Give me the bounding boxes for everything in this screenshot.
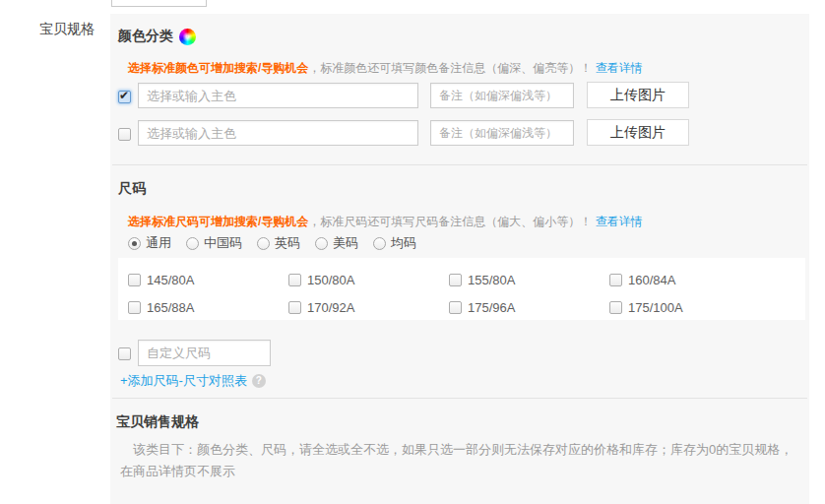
color-notice-rest: ，标准颜色还可填写颜色备注信息（偏深、偏亮等）！ <box>308 61 592 75</box>
radio-label: 中国码 <box>204 234 242 252</box>
truncated-input-above[interactable] <box>111 0 207 7</box>
size-standard-option[interactable]: 中国码 <box>186 234 242 252</box>
color-row-checkbox[interactable] <box>118 128 131 141</box>
size-options-grid: 145/80A 150/80A 155/80A 160/84A 165/88A … <box>118 258 805 320</box>
size-standard-option[interactable]: 均码 <box>373 234 416 252</box>
size-checkbox[interactable] <box>128 274 141 286</box>
size-checkbox[interactable] <box>288 301 301 314</box>
upload-image-button[interactable]: 上传图片 <box>587 82 689 108</box>
size-checkbox[interactable] <box>449 301 462 314</box>
color-row-1: ✔ <box>118 90 132 103</box>
size-label: 175/100A <box>628 300 683 315</box>
radio-icon[interactable] <box>186 237 199 250</box>
size-notice: 选择标准尺码可增加搜索/导购机会，标准尺码还可填写尺码备注信息（偏大、偏小等）！… <box>128 214 643 230</box>
size-standard-option[interactable]: 美码 <box>315 234 358 252</box>
size-detail-link[interactable]: 查看详情 <box>596 215 643 228</box>
size-notice-highlight: 选择标准尺码可增加搜索/导购机会 <box>128 215 308 228</box>
size-checkbox[interactable] <box>609 274 622 286</box>
custom-size-row <box>118 346 132 360</box>
form-row-label: 宝贝规格 <box>37 21 95 38</box>
color-notice: 选择标准颜色可增加搜索/导购机会，标准颜色还可填写颜色备注信息（偏深、偏亮等）！… <box>128 60 643 77</box>
main-color-input[interactable] <box>138 120 418 146</box>
custom-size-checkbox[interactable] <box>118 347 131 360</box>
size-label: 165/88A <box>147 300 194 315</box>
main-color-input[interactable] <box>138 83 418 108</box>
radio-icon[interactable] <box>315 237 328 250</box>
size-label: 170/92A <box>307 300 354 315</box>
size-option[interactable]: 155/80A <box>449 266 609 293</box>
size-label: 150/80A <box>307 273 354 287</box>
page: 宝贝规格 颜色分类 选择标准颜色可增加搜索/导购机会，标准颜色还可填写颜色备注信… <box>0 0 825 504</box>
radio-label: 通用 <box>146 234 171 252</box>
size-standard-radios: 通用 中国码 英码 美码 均码 <box>128 234 416 252</box>
item-spec-panel: 颜色分类 选择标准颜色可增加搜索/导购机会，标准颜色还可填写颜色备注信息（偏深、… <box>110 14 809 504</box>
color-detail-link[interactable]: 查看详情 <box>596 61 643 75</box>
check-icon: ✔ <box>119 89 129 102</box>
size-notice-rest: ，标准尺码还可填写尺码备注信息（偏大、偏小等）！ <box>308 215 592 228</box>
size-option[interactable]: 165/88A <box>128 293 288 321</box>
size-option[interactable]: 170/92A <box>288 293 449 321</box>
size-label: 175/96A <box>468 300 515 315</box>
upload-image-button[interactable]: 上传图片 <box>587 119 689 146</box>
help-icon[interactable]: ? <box>252 374 266 388</box>
add-size-chart-link[interactable]: +添加尺码-尺寸对照表 <box>120 372 247 390</box>
size-checkbox[interactable] <box>128 301 141 314</box>
divider <box>112 164 807 165</box>
color-wheel-icon <box>179 29 196 45</box>
size-label: 155/80A <box>468 273 515 287</box>
size-section-title-text: 尺码 <box>118 180 146 198</box>
divider <box>112 398 807 399</box>
radio-icon[interactable] <box>373 237 386 250</box>
size-label: 160/84A <box>628 273 675 287</box>
color-row-2 <box>118 127 132 141</box>
color-row-checkbox[interactable]: ✔ <box>118 91 131 103</box>
size-checkbox[interactable] <box>609 301 622 314</box>
sales-section-title: 宝贝销售规格 <box>116 413 199 431</box>
size-standard-option[interactable]: 英码 <box>257 234 300 252</box>
size-checkbox[interactable] <box>449 274 462 286</box>
sales-spec-description: 该类目下：颜色分类、尺码，请全选或全不选，如果只选一部分则无法保存对应的价格和库… <box>120 439 803 482</box>
size-option[interactable]: 160/84A <box>609 266 770 293</box>
sales-section-title-text: 宝贝销售规格 <box>116 413 199 431</box>
size-checkbox[interactable] <box>288 274 301 286</box>
color-section-title: 颜色分类 <box>118 28 196 45</box>
custom-size-input[interactable] <box>138 340 271 366</box>
size-section-title: 尺码 <box>118 180 146 198</box>
radio-icon[interactable] <box>128 237 141 250</box>
add-size-chart-row: +添加尺码-尺寸对照表 ? <box>120 372 266 390</box>
color-note-input[interactable] <box>430 83 574 108</box>
color-section-title-text: 颜色分类 <box>118 28 173 45</box>
radio-label: 均码 <box>391 234 416 252</box>
color-notice-highlight: 选择标准颜色可增加搜索/导购机会 <box>128 61 308 75</box>
size-label: 145/80A <box>147 273 194 287</box>
size-option[interactable]: 150/80A <box>288 266 449 293</box>
size-standard-option[interactable]: 通用 <box>128 234 171 252</box>
size-option[interactable]: 175/96A <box>449 293 609 321</box>
radio-label: 英码 <box>275 234 300 252</box>
color-note-input[interactable] <box>430 120 574 146</box>
size-option[interactable]: 175/100A <box>609 293 770 321</box>
size-option[interactable]: 145/80A <box>128 266 288 293</box>
radio-label: 美码 <box>333 234 358 252</box>
radio-icon[interactable] <box>257 237 270 250</box>
